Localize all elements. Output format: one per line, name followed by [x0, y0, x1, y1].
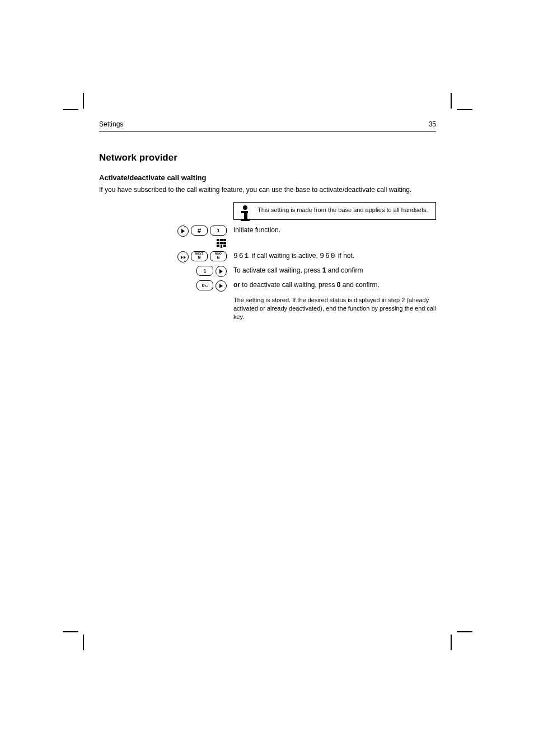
svg-rect-6: [223, 239, 226, 241]
step-keys: 1: [99, 266, 233, 277]
crop-mark: [63, 631, 78, 632]
enter-key-icon: [216, 266, 227, 277]
svg-rect-4: [217, 239, 219, 241]
step3-text: To activate call waiting, press 1 and co…: [233, 266, 363, 274]
crop-mark: [63, 109, 78, 110]
crop-mark: [83, 93, 84, 109]
display-code-off: 960: [320, 252, 336, 260]
key-0-icon: 0⌴: [196, 280, 213, 290]
scroll-key-icon: [177, 251, 189, 262]
step4-text: to deactivate call waiting, press 0 and …: [240, 281, 380, 289]
running-header: Settings 35: [99, 120, 436, 130]
info-icon: [237, 205, 253, 224]
step-row: 1 To activate call waiting, press 1 and …: [99, 266, 436, 277]
key-6-icon: MNO 6: [210, 251, 227, 261]
step-keys: 0⌴: [99, 280, 233, 292]
step-row: # 1 Initiate function.: [99, 226, 436, 237]
info-note-text: This setting is made from the base and a…: [257, 206, 428, 213]
step-text-end: if not.: [336, 252, 355, 260]
svg-rect-11: [223, 245, 226, 247]
step-text: To activate call waiting, press 1 and co…: [233, 266, 436, 275]
enter-key-icon: [216, 280, 227, 292]
step-text-mid: if call waiting is active,: [250, 252, 320, 260]
svg-rect-10: [217, 245, 219, 247]
info-note-box: This setting is made from the base and a…: [233, 202, 436, 220]
enter-key-icon: [177, 226, 189, 237]
crop-mark: [457, 631, 472, 632]
crop-mark: [83, 635, 84, 650]
outro-text: The setting is stored. If the desired st…: [233, 296, 436, 321]
step-text: 961 if call waiting is active, 960 if no…: [233, 251, 436, 261]
key-9-icon: WXYZ 9: [191, 251, 208, 261]
or-label: or: [233, 281, 240, 289]
header-left: Settings: [99, 120, 123, 128]
svg-point-0: [243, 205, 247, 210]
crop-mark: [451, 93, 452, 109]
step-text: or to deactivate call waiting, press 0 a…: [233, 280, 436, 289]
header-page-number: 35: [429, 120, 436, 128]
section-heading: Network provider: [99, 152, 436, 163]
step-row: 0⌴ or to deactivate call waiting, press …: [99, 280, 436, 292]
menu-icon: [217, 239, 227, 248]
intro-text: If you have subscribed to the call waiti…: [99, 185, 436, 194]
step-row: WXYZ 9 MNO 6 961 if call waiting is acti…: [99, 251, 436, 262]
subsection-heading: Activate/deactivate call waiting: [99, 173, 436, 182]
step-text: Initiate function.: [233, 226, 436, 234]
hash-key-icon: #: [191, 226, 208, 236]
step-keys: [99, 238, 233, 248]
svg-rect-12: [221, 245, 222, 248]
key-1-icon: 1: [210, 226, 227, 236]
svg-rect-5: [220, 239, 223, 241]
key-1-icon: 1: [196, 266, 213, 276]
svg-rect-3: [241, 219, 250, 221]
crop-mark: [457, 109, 472, 110]
svg-rect-8: [220, 242, 223, 244]
crop-mark: [451, 635, 452, 650]
svg-rect-7: [217, 242, 219, 244]
header-rule: [99, 132, 436, 132]
step-keys: WXYZ 9 MNO 6: [99, 251, 233, 262]
display-code-on: 961: [233, 252, 250, 260]
step-row-extra: [99, 238, 436, 248]
page-content: Settings 35 Network provider Activate/de…: [99, 120, 436, 322]
svg-rect-2: [244, 211, 247, 219]
svg-rect-9: [223, 242, 226, 244]
step-keys: # 1: [99, 226, 233, 237]
